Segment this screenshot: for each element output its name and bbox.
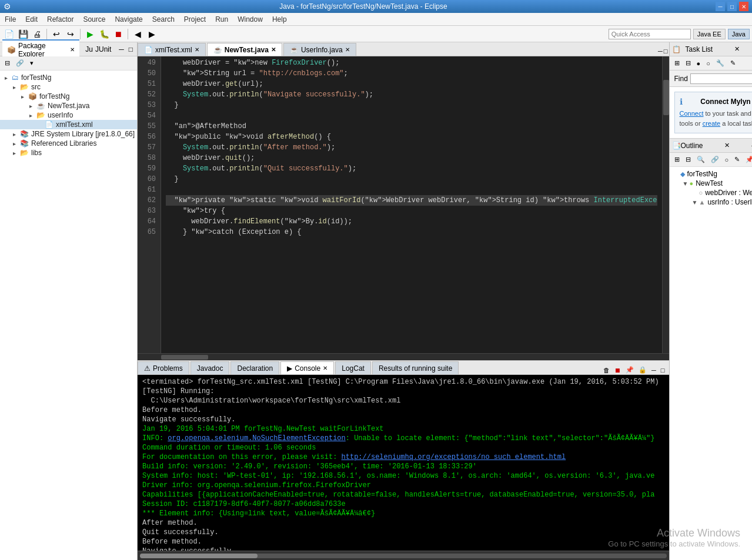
stop-console-button[interactable]: ⏹ xyxy=(613,366,623,374)
menu-navigate[interactable]: Navigate xyxy=(110,14,147,25)
outline-item-1[interactable]: ▼ ● NewTest xyxy=(672,179,752,188)
task-btn-1[interactable]: ⊞ xyxy=(672,58,682,68)
quick-access-input[interactable] xyxy=(609,29,691,39)
tree-item-0[interactable]: ▸ 🗂 forTestNg xyxy=(0,73,137,82)
outline-label-3: usrInfo : UserInfo xyxy=(707,198,752,206)
menu-refactor[interactable]: Refactor xyxy=(42,14,78,25)
outline-tb-5[interactable]: ○ xyxy=(723,155,731,165)
tab-javadoc[interactable]: Javadoc xyxy=(190,361,230,374)
task-btn-6[interactable]: ✎ xyxy=(728,58,738,68)
tree-item-4[interactable]: ▸ 📂 userInfo xyxy=(0,110,137,120)
tree-item-8[interactable]: ▸ 📂 libs xyxy=(0,148,137,157)
tab-problems[interactable]: ⚠ Problems xyxy=(138,361,189,374)
console-output[interactable]: <terminated> forTestNg_src.xmlTest.xml [… xyxy=(138,375,669,551)
new-button[interactable]: 📄 xyxy=(2,28,15,41)
outline-tb-7[interactable]: 📌 xyxy=(743,155,752,165)
menu-help[interactable]: Help xyxy=(268,14,292,25)
close-console-tab[interactable]: ✕ xyxy=(323,365,327,371)
tab-results[interactable]: Results of running suite xyxy=(372,361,459,374)
menu-edit[interactable]: Edit xyxy=(21,14,42,25)
outline-tb-3[interactable]: 🔍 xyxy=(694,155,707,165)
tab-declaration[interactable]: Declaration xyxy=(230,361,279,374)
link-editor-button[interactable]: 🔗 xyxy=(14,58,26,68)
tree-item-6[interactable]: ▸ 📚 JRE System Library [jre1.8.0_66] xyxy=(0,129,137,139)
menu-window[interactable]: Window xyxy=(233,14,268,25)
maximize-console-button[interactable]: □ xyxy=(659,366,667,374)
perspective-java[interactable]: Java xyxy=(728,29,750,39)
outline-triangle-3: ▼ xyxy=(692,199,699,206)
minimize-panel-button[interactable]: ─ xyxy=(117,45,126,54)
print-button[interactable]: 🖨 xyxy=(31,28,44,41)
minimize-editor-button[interactable]: ─ xyxy=(658,48,663,55)
maximize-editor-button[interactable]: □ xyxy=(664,48,668,55)
tab-userinfo[interactable]: ☕ UserInfo.java ✕ xyxy=(283,43,356,56)
outline-tb-1[interactable]: ⊞ xyxy=(672,155,682,165)
close-task-list-button[interactable]: ✕ xyxy=(734,45,740,53)
close-outline-button[interactable]: ✕ xyxy=(724,142,730,149)
code-editor[interactable]: 4950515253545556575859606162636465 webDr… xyxy=(138,56,669,353)
outline-item-3[interactable]: ▼ ▲ usrInfo : UserInfo xyxy=(672,197,752,207)
menu-file[interactable]: File xyxy=(0,14,21,25)
outline-item-0[interactable]: ◆ forTestNg xyxy=(672,169,752,179)
tree-item-5[interactable]: 📄 xmlTest.xml xyxy=(0,120,137,129)
code-content[interactable]: webDriver = "kw">new FirefoxDriver(); "k… xyxy=(161,56,661,353)
outline-icon: 📑 xyxy=(672,142,681,150)
outline-tb-6[interactable]: ✎ xyxy=(732,155,742,165)
menu-run[interactable]: Run xyxy=(210,14,233,25)
window-icon: ⚙ xyxy=(4,2,11,11)
editor-scrollbar[interactable] xyxy=(662,56,669,353)
maximize-panel-button[interactable]: □ xyxy=(127,45,135,54)
find-input[interactable] xyxy=(690,73,752,84)
undo-button[interactable]: ↩ xyxy=(50,28,63,41)
tree-item-7[interactable]: ▸ 📚 Referenced Libraries xyxy=(0,139,137,148)
selenium-link[interactable]: org.openqa.selenium.NoSuchElementExcepti… xyxy=(168,434,345,442)
forward-button[interactable]: ▶ xyxy=(145,28,158,41)
menu-source[interactable]: Source xyxy=(78,14,110,25)
outline-item-2[interactable]: ○ webDriver : WebDri... xyxy=(672,188,752,197)
run-button[interactable]: ▶ xyxy=(83,28,96,41)
stop-button[interactable]: ⏹ xyxy=(112,28,125,41)
tree-icon-8: 📂 xyxy=(20,149,29,157)
task-list-tab[interactable]: Task List xyxy=(681,44,718,55)
maximize-button[interactable]: □ xyxy=(727,2,737,11)
save-button[interactable]: 💾 xyxy=(16,28,29,41)
tab-console[interactable]: ▶ Console ✕ xyxy=(280,361,334,374)
minimize-button[interactable]: ─ xyxy=(716,2,725,11)
menu-project[interactable]: Project xyxy=(179,14,210,25)
close-button[interactable]: ✕ xyxy=(739,2,748,11)
editor-hscrollbar[interactable] xyxy=(138,353,669,360)
close-xmltest-tab[interactable]: ✕ xyxy=(195,46,199,53)
minimize-console-button[interactable]: ─ xyxy=(650,366,658,374)
create-link[interactable]: create xyxy=(703,120,721,127)
task-btn-4[interactable]: ○ xyxy=(704,59,713,68)
tab-newtest[interactable]: ☕ NewTest.java ✕ xyxy=(207,43,282,56)
back-button[interactable]: ◀ xyxy=(131,28,144,41)
tree-item-3[interactable]: ▸ ☕ NewTest.java xyxy=(0,101,137,110)
menu-search[interactable]: Search xyxy=(148,14,179,25)
tree-item-1[interactable]: ▸ 📂 src xyxy=(0,82,137,92)
scroll-lock-button[interactable]: 🔒 xyxy=(637,365,649,374)
clear-console-button[interactable]: 🗑 xyxy=(601,366,611,374)
outline-tb-2[interactable]: ⊟ xyxy=(683,155,693,165)
close-newtest-tab[interactable]: ✕ xyxy=(271,46,276,53)
close-package-explorer[interactable]: ✕ xyxy=(70,46,75,53)
selenium-doc-link[interactable]: http://seleniumhq.org/exceptions/no_such… xyxy=(342,453,566,461)
console-hscrollbar[interactable] xyxy=(138,551,669,560)
tab-xmltest[interactable]: 📄 xmlTest.xml ✕ xyxy=(138,43,206,56)
close-userinfo-tab[interactable]: ✕ xyxy=(345,46,350,53)
pin-console-button[interactable]: 📌 xyxy=(624,365,636,374)
tab-logcat[interactable]: LogCat xyxy=(335,361,371,374)
task-btn-2[interactable]: ⊟ xyxy=(683,58,693,68)
view-menu-button[interactable]: ▾ xyxy=(28,58,36,68)
task-btn-5[interactable]: 🔧 xyxy=(714,58,727,68)
scroll-thumb[interactable] xyxy=(140,554,258,558)
tree-item-2[interactable]: ▸ 📦 forTestNg xyxy=(0,92,137,101)
redo-button[interactable]: ↪ xyxy=(64,28,77,41)
outline-tb-4[interactable]: 🔗 xyxy=(708,155,721,165)
task-btn-3[interactable]: ● xyxy=(694,59,703,68)
tab-junit[interactable]: Ju JUnit xyxy=(81,44,116,55)
connect-link[interactable]: Connect xyxy=(680,110,704,117)
debug-button[interactable]: 🐛 xyxy=(98,28,111,41)
collapse-all-button[interactable]: ⊟ xyxy=(2,58,12,68)
perspective-java-ee[interactable]: Java EE xyxy=(693,29,726,39)
